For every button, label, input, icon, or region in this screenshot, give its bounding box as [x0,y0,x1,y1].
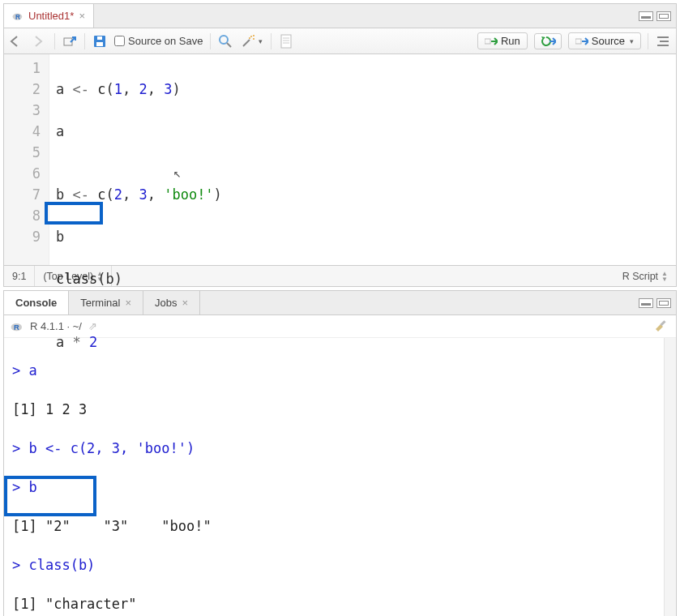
line-number: 2 [4,79,41,100]
save-icon[interactable] [92,33,108,49]
source-button-label: Source [592,35,625,47]
compile-report-icon[interactable] [278,33,294,49]
back-icon[interactable] [9,33,25,49]
code-editor[interactable]: 1 2 3 4 5 6 7 8 9 a <- c(1, 2, 3) a b <-… [4,54,676,265]
console-scrollbar[interactable] [664,338,676,616]
editor-tab-title: Untitled1* [28,10,74,22]
code-line: b <- c(2, 3, 'boo!') [56,184,669,205]
svg-rect-4 [96,42,103,46]
run-button-label: Run [501,35,520,47]
close-icon[interactable]: × [125,297,131,309]
svg-point-10 [253,38,254,40]
svg-rect-18 [575,39,581,44]
source-on-save-input[interactable] [114,36,125,46]
console-tabstrip: Console Terminal× Jobs× [4,291,676,315]
outline-icon[interactable] [655,33,671,49]
editor-toolbar: Source on Save ▾ Run Source ▾ [4,28,676,54]
line-number: 3 [4,100,41,121]
svg-rect-5 [97,36,102,40]
code-area[interactable]: a <- c(1, 2, 3) a b <- c(2, 3, 'boo!') b… [49,54,676,265]
find-icon[interactable] [217,33,233,49]
svg-line-7 [227,43,231,47]
console-output[interactable]: > a [1] 1 2 3 > b <- c(2, 3, 'boo!') > b… [4,338,676,616]
line-number: 6 [4,163,41,184]
show-in-new-window-icon[interactable] [62,33,78,49]
tab-console[interactable]: Console [4,291,69,314]
source-button[interactable]: Source ▾ [568,32,641,49]
editor-tabstrip: R Untitled1* × [4,4,676,28]
line-number: 5 [4,142,41,163]
line-number: 1 [4,58,41,79]
r-file-icon: R [12,11,24,22]
close-icon[interactable]: × [182,297,188,309]
console-line: [1] "2" "3" "boo!" [12,516,669,536]
svg-point-11 [253,35,254,36]
svg-point-12 [249,37,250,39]
svg-line-8 [243,40,250,46]
code-line: a [56,121,669,142]
minimize-pane-icon[interactable] [639,11,653,21]
rerun-button[interactable] [534,33,562,49]
code-line: b [56,226,669,247]
forward-icon[interactable] [32,33,48,49]
svg-text:R: R [14,323,19,332]
svg-point-9 [250,36,252,37]
line-number: 9 [4,226,41,247]
tab-jobs[interactable]: Jobs× [143,291,200,314]
console-pane: Console Terminal× Jobs× R R 4.1.1 · ~/ ⇗… [3,290,677,616]
svg-point-6 [220,36,228,44]
console-line: > a [12,361,669,380]
svg-rect-13 [281,35,291,48]
console-line: > b <- c(2, 3, 'boo!') [12,438,669,458]
editor-tab-untitled1[interactable]: R Untitled1* × [4,4,94,28]
source-on-save-checkbox[interactable]: Source on Save [114,35,203,47]
console-line: [1] "character" [12,594,669,614]
line-number: 8 [4,205,41,226]
code-line: a <- c(1, 2, 3) [56,79,669,100]
console-line: > class(b) [12,555,669,575]
editor-highlight-box [45,202,103,225]
close-icon[interactable]: × [79,10,85,22]
code-tools-icon[interactable]: ▾ [240,33,264,49]
console-line: [1] 1 2 3 [12,400,669,419]
line-number: 7 [4,184,41,205]
svg-text:R: R [15,13,20,20]
maximize-pane-icon[interactable] [656,298,671,308]
line-number: 4 [4,121,41,142]
cursor-position: 9:1 [4,266,35,286]
maximize-pane-icon[interactable] [656,11,671,21]
line-number-gutter: 1 2 3 4 5 6 7 8 9 [4,54,49,265]
run-button[interactable]: Run [477,32,528,49]
console-line: > b [12,477,669,497]
r-logo-icon: R [11,319,24,333]
mouse-cursor-icon: ↖ [173,163,182,184]
source-on-save-label: Source on Save [128,35,203,47]
svg-rect-17 [485,39,490,44]
code-line: class(b) [56,268,669,289]
minimize-pane-icon[interactable] [639,298,653,308]
tab-terminal[interactable]: Terminal× [69,291,143,314]
editor-pane: R Untitled1* × Source on Save [3,3,677,287]
